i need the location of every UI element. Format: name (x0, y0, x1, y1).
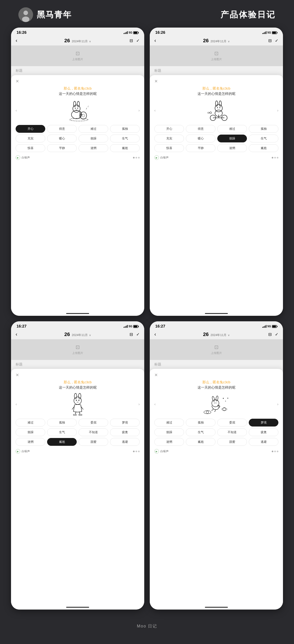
tag-不知道-4[interactable]: 不知道 (217, 428, 247, 436)
tag-尴尬-4[interactable]: 尴尬 (186, 438, 216, 446)
char-next-3[interactable]: › (138, 402, 140, 406)
check-icon-4[interactable]: ✓ (275, 332, 278, 337)
svg-point-12 (80, 112, 86, 119)
back-button-2[interactable]: ‹ (154, 38, 156, 44)
tag-暖心-1[interactable]: 暖心 (47, 134, 77, 142)
tag-不知道-3[interactable]: 不知道 (78, 428, 108, 436)
svg-point-8 (74, 101, 76, 107)
char-prev-3[interactable]: ‹ (16, 402, 17, 406)
tag-迷惘-3[interactable]: 迷惘 (16, 438, 45, 446)
tag-疲惫-4[interactable]: 疲惫 (249, 428, 278, 436)
tag-烦躁-1[interactable]: 烦躁 (78, 134, 108, 142)
save-icon-3[interactable]: ⊟ (130, 332, 133, 337)
tag-开心-2[interactable]: 开心 (154, 125, 184, 133)
tag-甜蜜-4[interactable]: 甜蜜 (217, 438, 247, 446)
svg-rect-5 (138, 32, 139, 33)
tag-逃避-3[interactable]: 逃避 (110, 438, 140, 446)
wn-label-4[interactable]: ▶ 白噪声 (154, 449, 168, 454)
tag-难过-1[interactable]: 难过 (78, 125, 108, 133)
tag-梦境-3[interactable]: 梦境 (110, 419, 140, 426)
tag-孤独-1[interactable]: 孤独 (110, 125, 140, 133)
save-icon-2[interactable]: ⊟ (268, 38, 272, 43)
upload-area-1[interactable]: ⊡ 上传图片 (11, 46, 144, 66)
modal-close-3[interactable]: ✕ (16, 372, 19, 378)
check-icon-2[interactable]: ✓ (275, 38, 278, 43)
phone-1: 16:26 5G ‹ 26 2024年11 (11, 28, 144, 316)
back-button-4[interactable]: ‹ (154, 332, 156, 338)
upload-text-2: 上传图片 (211, 58, 222, 61)
char-next-4[interactable]: › (277, 402, 278, 406)
tag-惊喜-2[interactable]: 惊喜 (154, 144, 184, 152)
save-icon-4[interactable]: ⊟ (268, 332, 272, 337)
wn-icon-3: ▶ (16, 449, 20, 454)
back-button-1[interactable]: ‹ (16, 38, 17, 44)
upload-area-2[interactable]: ⊡ 上传图片 (150, 46, 283, 66)
tag-开心-1[interactable]: 开心 (16, 125, 45, 133)
tag-生气-3[interactable]: 生气 (47, 428, 77, 436)
tag-孤独-2[interactable]: 孤独 (249, 125, 278, 133)
svg-rect-20 (277, 32, 278, 33)
check-icon-3[interactable]: ✓ (136, 332, 140, 337)
wn-dots-1 (133, 157, 140, 158)
char-next-2[interactable]: › (277, 108, 278, 112)
upload-area-4[interactable]: ⊡ 上传图片 (150, 339, 283, 360)
char-prev-1[interactable]: ‹ (16, 108, 17, 112)
upload-text-1: 上传图片 (72, 58, 83, 61)
tag-尴尬-3[interactable]: 尴尬 (47, 438, 77, 446)
tag-烦躁-2[interactable]: 烦躁 (217, 134, 247, 142)
mood-row-4-3: 迷惘 尴尬 甜蜜 逃避 (154, 438, 278, 446)
modal-close-1[interactable]: ✕ (16, 79, 19, 84)
tag-委屈-3[interactable]: 委屈 (78, 419, 108, 426)
tag-尴尬-1[interactable]: 尴尬 (110, 144, 140, 152)
wn-label-2[interactable]: ▶ 白噪声 (154, 155, 168, 160)
tag-充实-1[interactable]: 充实 (16, 134, 45, 142)
battery-icon-3 (133, 325, 139, 328)
tag-疲惫-3[interactable]: 疲惫 (110, 428, 140, 436)
check-icon-1[interactable]: ✓ (136, 38, 140, 43)
tag-充实-2[interactable]: 充实 (154, 134, 184, 142)
upload-area-3[interactable]: ⊡ 上传图片 (11, 339, 144, 360)
tag-孤独-4[interactable]: 孤独 (186, 419, 216, 426)
nav-date-3: 26 2024年11月 ∨ (64, 332, 91, 338)
char-prev-4[interactable]: ‹ (154, 402, 156, 406)
tag-难过-4[interactable]: 难过 (154, 419, 184, 426)
tag-烦躁-4[interactable]: 烦躁 (154, 428, 184, 436)
tag-孤独-3[interactable]: 孤独 (47, 419, 77, 426)
modal-close-4[interactable]: ✕ (154, 372, 158, 378)
tag-得意-2[interactable]: 得意 (186, 125, 216, 133)
tag-逃避-4[interactable]: 逃避 (249, 438, 278, 446)
svg-point-1 (24, 10, 28, 15)
tag-梦境-4[interactable]: 梦境 (249, 419, 278, 426)
char-next-1[interactable]: › (138, 108, 140, 112)
wn-icon-1: ▶ (16, 155, 20, 160)
wn-label-3[interactable]: ▶ 白噪声 (16, 449, 30, 454)
save-icon-1[interactable]: ⊟ (130, 38, 133, 43)
wn-label-1[interactable]: ▶ 白噪声 (16, 155, 30, 160)
tag-生气-4[interactable]: 生气 (186, 428, 216, 436)
tag-平静-1[interactable]: 平静 (47, 144, 77, 152)
tag-惊喜-1[interactable]: 惊喜 (16, 144, 45, 152)
status-icons-4: 5G (262, 325, 278, 328)
modal-close-2[interactable]: ✕ (154, 79, 158, 84)
tag-生气-2[interactable]: 生气 (249, 134, 278, 142)
tag-平静-2[interactable]: 平静 (186, 144, 216, 152)
nav-icons-4: ⊟ ✓ (268, 332, 278, 337)
tag-迷惘-1[interactable]: 迷惘 (78, 144, 108, 152)
title-area-4: 标题 (150, 360, 283, 369)
tag-迷惘-2[interactable]: 迷惘 (217, 144, 247, 152)
tag-委屈-4[interactable]: 委屈 (217, 419, 247, 426)
tag-暖心-2[interactable]: 暖心 (186, 134, 216, 142)
modal-question-4: 那么，匿名兔c3cb (154, 380, 278, 385)
tag-难过-2[interactable]: 难过 (217, 125, 247, 133)
tag-难过-3[interactable]: 难过 (16, 419, 45, 426)
tag-烦躁-3[interactable]: 烦躁 (16, 428, 45, 436)
tag-得意-1[interactable]: 得意 (47, 125, 77, 133)
tag-尴尬-2[interactable]: 尴尬 (249, 144, 278, 152)
mood-row-3-2: 烦躁 生气 不知道 疲惫 (16, 428, 140, 436)
character-2 (202, 99, 231, 122)
char-prev-2[interactable]: ‹ (154, 108, 156, 112)
tag-生气-1[interactable]: 生气 (110, 134, 140, 142)
back-button-3[interactable]: ‹ (16, 332, 17, 338)
tag-迷惘-4[interactable]: 迷惘 (154, 438, 184, 446)
tag-甜蜜-3[interactable]: 甜蜜 (78, 438, 108, 446)
